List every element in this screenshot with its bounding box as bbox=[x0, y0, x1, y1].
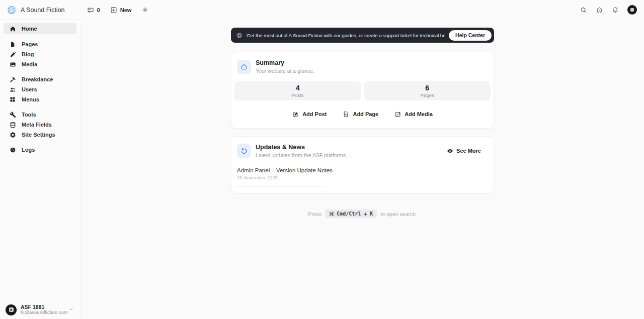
sidebar-item-label: Blog bbox=[22, 51, 34, 57]
notifications-button[interactable] bbox=[612, 6, 619, 14]
sidebar-item-media[interactable]: Media bbox=[4, 59, 76, 69]
stat-value: 4 bbox=[296, 84, 300, 92]
eye-icon bbox=[447, 148, 453, 154]
search-button[interactable] bbox=[580, 7, 587, 14]
sidebar-item-logs[interactable]: Logs bbox=[4, 145, 76, 155]
home-outline-icon bbox=[596, 6, 603, 14]
quick-actions: Add Post Add Page bbox=[234, 100, 491, 125]
stat-label: Posts bbox=[292, 92, 304, 98]
help-banner: Get the most out of A Sound Fiction with… bbox=[231, 28, 494, 43]
users-icon bbox=[9, 86, 16, 93]
topbar: A Sound Fiction 0 Ne bbox=[0, 0, 644, 20]
updates-subtitle: Latest updates from the ASF platforms. bbox=[256, 152, 347, 159]
new-content-button[interactable]: New bbox=[110, 7, 132, 14]
breakdance-icon bbox=[9, 76, 16, 83]
news-title[interactable]: Admin Panel – Version Update Notes bbox=[237, 167, 488, 173]
user-avatar[interactable] bbox=[627, 5, 637, 15]
lifebuoy-icon bbox=[236, 32, 243, 39]
stat-label: Pages bbox=[421, 92, 434, 98]
command-icon bbox=[329, 211, 334, 217]
database-icon bbox=[9, 122, 16, 128]
sidebar-nav: Home Pages bbox=[0, 20, 80, 300]
account-avatar: a bbox=[6, 304, 17, 315]
sidebar-item-label: Media bbox=[22, 61, 37, 67]
sidebar-item-label: Home bbox=[22, 26, 37, 32]
search-icon bbox=[580, 7, 587, 14]
shortcut-keys: Cmd/Ctrl + K bbox=[337, 211, 373, 217]
sidebar-item-site-settings[interactable]: Site Settings bbox=[4, 130, 76, 140]
action-label: Add Post bbox=[302, 111, 327, 117]
admin-dashboard: A Sound Fiction 0 Ne bbox=[0, 0, 644, 319]
sidebar-item-label: Meta Fields bbox=[22, 122, 52, 128]
compose-icon bbox=[292, 111, 299, 118]
sidebar-item-blog[interactable]: Blog bbox=[4, 49, 76, 59]
plus-square-icon bbox=[110, 7, 117, 14]
search-hint-suffix: to open search. bbox=[380, 211, 417, 217]
sidebar-item-meta-fields[interactable]: Meta Fields bbox=[4, 120, 76, 130]
sidebar-item-label: Pages bbox=[22, 41, 38, 47]
summary-subtitle: Your website at a glance. bbox=[256, 68, 314, 74]
site-title: A Sound Fiction bbox=[21, 7, 65, 14]
sidebar-item-label: Menus bbox=[22, 96, 39, 102]
summary-stats: 4 Posts 6 Pages bbox=[234, 81, 491, 100]
summary-home-icon bbox=[237, 60, 251, 74]
visit-site-button[interactable] bbox=[596, 6, 603, 14]
sidebar-item-label: Logs bbox=[22, 147, 35, 153]
sidebar: Home Pages bbox=[0, 20, 80, 319]
sidebar-item-tools[interactable]: Tools bbox=[4, 110, 76, 120]
wrench-icon bbox=[9, 112, 16, 118]
news-item: Admin Panel – Version Update Notes 26 No… bbox=[234, 162, 491, 190]
sidebar-item-pages[interactable]: Pages bbox=[4, 39, 76, 49]
stat-pages[interactable]: 6 Pages bbox=[364, 81, 491, 100]
search-hint: Press Cmd/Ctrl + K to open search. bbox=[231, 209, 494, 218]
site-brand[interactable]: A Sound Fiction bbox=[7, 6, 65, 15]
add-page-button[interactable]: Add Page bbox=[343, 111, 378, 118]
sidebar-item-label: Site Settings bbox=[22, 132, 55, 138]
account-menu[interactable]: a ASF 1881 hi@asoundfiction.com bbox=[0, 300, 80, 319]
see-more-label: See More bbox=[456, 148, 481, 154]
bell-icon bbox=[612, 6, 619, 14]
sidebar-item-label: Tools bbox=[22, 112, 36, 118]
see-more-button[interactable]: See More bbox=[447, 148, 488, 154]
chevron-down-icon bbox=[69, 307, 73, 311]
help-banner-text: Get the most out of A Sound Fiction with… bbox=[247, 33, 445, 38]
comments-count: 0 bbox=[97, 7, 100, 13]
action-label: Add Media bbox=[405, 111, 433, 117]
add-media-button[interactable]: Add Media bbox=[394, 111, 433, 118]
sidebar-item-menus[interactable]: Menus bbox=[4, 94, 76, 104]
comment-icon bbox=[87, 7, 94, 14]
updates-card: Updates & News Latest updates from the A… bbox=[231, 136, 494, 194]
comments-button[interactable]: 0 bbox=[87, 7, 100, 14]
keyboard-shortcut: Cmd/Ctrl + K bbox=[325, 209, 377, 218]
add-post-button[interactable]: Add Post bbox=[292, 111, 327, 118]
sidebar-item-users[interactable]: Users bbox=[4, 84, 76, 94]
history-icon bbox=[9, 147, 16, 153]
image-plus-icon bbox=[394, 111, 401, 118]
divider bbox=[237, 186, 325, 187]
updates-title: Updates & News bbox=[256, 144, 347, 151]
news-date: 26 November 2025 bbox=[237, 175, 488, 180]
stat-posts[interactable]: 4 Posts bbox=[234, 81, 361, 100]
stat-value: 6 bbox=[425, 84, 429, 92]
main-content: Get the most out of A Sound Fiction with… bbox=[81, 20, 644, 319]
sidebar-item-label: Users bbox=[22, 86, 37, 92]
pages-icon bbox=[9, 41, 16, 48]
gear-icon bbox=[9, 132, 16, 138]
breakdance-topbar-button[interactable] bbox=[141, 6, 149, 14]
sidebar-item-breakdance[interactable]: Breakdance bbox=[4, 74, 76, 84]
pencil-icon bbox=[9, 51, 16, 58]
summary-title: Summary bbox=[256, 59, 314, 67]
home-icon bbox=[9, 26, 16, 32]
site-logo-icon bbox=[7, 6, 16, 15]
action-label: Add Page bbox=[353, 111, 378, 117]
sidebar-item-home[interactable]: Home bbox=[4, 23, 76, 34]
summary-card: Summary Your website at a glance. 4 Post… bbox=[231, 52, 494, 129]
sidebar-item-label: Breakdance bbox=[22, 76, 53, 82]
account-email: hi@asoundfiction.com bbox=[21, 310, 68, 315]
search-hint-prefix: Press bbox=[308, 211, 321, 217]
avatar-image bbox=[630, 8, 634, 12]
help-center-button[interactable]: Help Center bbox=[449, 30, 492, 41]
new-label: New bbox=[120, 7, 132, 13]
diamond-icon bbox=[141, 6, 149, 14]
page-plus-icon bbox=[343, 111, 349, 118]
